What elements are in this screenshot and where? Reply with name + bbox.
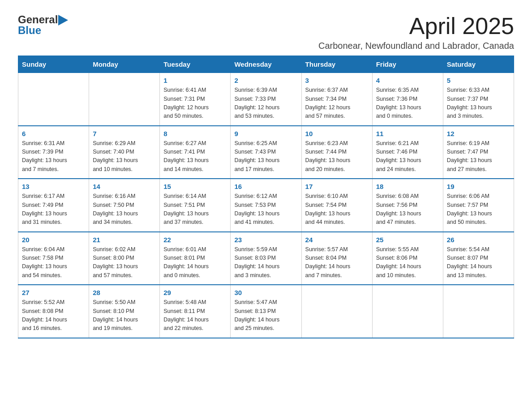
day-detail: Sunrise: 6:35 AM Sunset: 7:36 PM Dayligh… [376, 86, 439, 121]
day-number: 23 [234, 236, 297, 244]
table-row: 4Sunrise: 6:35 AM Sunset: 7:36 PM Daylig… [372, 73, 443, 126]
day-number: 6 [22, 130, 85, 137]
day-number: 7 [93, 130, 156, 137]
day-number: 15 [163, 183, 227, 190]
calendar-week-row: 6Sunrise: 6:31 AM Sunset: 7:39 PM Daylig… [18, 126, 514, 179]
day-detail: Sunrise: 6:16 AM Sunset: 7:50 PM Dayligh… [93, 192, 156, 227]
table-row: 27Sunrise: 5:52 AM Sunset: 8:08 PM Dayli… [18, 285, 89, 338]
table-row [443, 285, 514, 338]
day-detail: Sunrise: 5:54 AM Sunset: 8:07 PM Dayligh… [447, 245, 510, 280]
col-thursday: Thursday [301, 56, 372, 73]
table-row [89, 73, 160, 126]
table-row: 19Sunrise: 6:06 AM Sunset: 7:57 PM Dayli… [443, 179, 514, 232]
day-number: 20 [22, 236, 85, 244]
day-detail: Sunrise: 6:39 AM Sunset: 7:33 PM Dayligh… [234, 86, 297, 121]
table-row: 13Sunrise: 6:17 AM Sunset: 7:49 PM Dayli… [18, 179, 89, 232]
table-row: 7Sunrise: 6:29 AM Sunset: 7:40 PM Daylig… [89, 126, 160, 179]
table-row: 12Sunrise: 6:19 AM Sunset: 7:47 PM Dayli… [443, 126, 514, 179]
col-monday: Monday [89, 56, 160, 73]
day-detail: Sunrise: 5:48 AM Sunset: 8:11 PM Dayligh… [163, 298, 227, 333]
col-wednesday: Wednesday [231, 56, 301, 73]
day-number: 17 [305, 183, 369, 190]
table-row: 18Sunrise: 6:08 AM Sunset: 7:56 PM Dayli… [372, 179, 443, 232]
calendar-week-row: 27Sunrise: 5:52 AM Sunset: 8:08 PM Dayli… [18, 285, 514, 338]
day-detail: Sunrise: 6:12 AM Sunset: 7:53 PM Dayligh… [234, 192, 297, 227]
table-row: 22Sunrise: 6:01 AM Sunset: 8:01 PM Dayli… [160, 232, 231, 285]
day-number: 3 [305, 77, 369, 84]
day-number: 19 [447, 183, 510, 190]
table-row: 30Sunrise: 5:47 AM Sunset: 8:13 PM Dayli… [231, 285, 301, 338]
calendar-week-row: 1Sunrise: 6:41 AM Sunset: 7:31 PM Daylig… [18, 73, 514, 126]
day-detail: Sunrise: 5:57 AM Sunset: 8:04 PM Dayligh… [305, 245, 369, 280]
day-number: 11 [376, 130, 439, 137]
table-row: 5Sunrise: 6:33 AM Sunset: 7:37 PM Daylig… [443, 73, 514, 126]
day-number: 29 [163, 289, 227, 296]
table-row [372, 285, 443, 338]
day-detail: Sunrise: 6:25 AM Sunset: 7:43 PM Dayligh… [234, 139, 297, 174]
table-row: 1Sunrise: 6:41 AM Sunset: 7:31 PM Daylig… [160, 73, 231, 126]
table-row: 23Sunrise: 5:59 AM Sunset: 8:03 PM Dayli… [231, 232, 301, 285]
logo: General Blue [18, 13, 68, 37]
day-detail: Sunrise: 5:59 AM Sunset: 8:03 PM Dayligh… [234, 245, 297, 280]
day-detail: Sunrise: 6:27 AM Sunset: 7:41 PM Dayligh… [163, 139, 227, 174]
day-number: 26 [447, 236, 510, 244]
calendar-week-row: 13Sunrise: 6:17 AM Sunset: 7:49 PM Dayli… [18, 179, 514, 232]
day-detail: Sunrise: 6:14 AM Sunset: 7:51 PM Dayligh… [163, 192, 227, 227]
table-row: 8Sunrise: 6:27 AM Sunset: 7:41 PM Daylig… [160, 126, 231, 179]
table-row: 25Sunrise: 5:55 AM Sunset: 8:06 PM Dayli… [372, 232, 443, 285]
logo-triangle-icon [58, 15, 68, 26]
logo-blue-text: Blue [18, 24, 41, 36]
day-number: 27 [22, 289, 85, 296]
day-number: 21 [93, 236, 156, 244]
day-detail: Sunrise: 6:19 AM Sunset: 7:47 PM Dayligh… [447, 139, 510, 174]
table-row [18, 73, 89, 126]
day-detail: Sunrise: 6:10 AM Sunset: 7:54 PM Dayligh… [305, 192, 369, 227]
day-detail: Sunrise: 6:31 AM Sunset: 7:39 PM Dayligh… [22, 139, 85, 174]
day-number: 24 [305, 236, 369, 244]
col-tuesday: Tuesday [160, 56, 231, 73]
table-row: 29Sunrise: 5:48 AM Sunset: 8:11 PM Dayli… [160, 285, 231, 338]
day-number: 18 [376, 183, 439, 190]
table-row: 3Sunrise: 6:37 AM Sunset: 7:34 PM Daylig… [301, 73, 372, 126]
location-title: Carbonear, Newfoundland and Labrador, Ca… [318, 41, 514, 51]
table-row: 6Sunrise: 6:31 AM Sunset: 7:39 PM Daylig… [18, 126, 89, 179]
day-detail: Sunrise: 5:55 AM Sunset: 8:06 PM Dayligh… [376, 245, 439, 280]
day-detail: Sunrise: 6:33 AM Sunset: 7:37 PM Dayligh… [447, 86, 510, 121]
day-number: 10 [305, 130, 369, 137]
day-detail: Sunrise: 6:29 AM Sunset: 7:40 PM Dayligh… [93, 139, 156, 174]
calendar: Sunday Monday Tuesday Wednesday Thursday… [18, 56, 514, 338]
day-number: 2 [234, 77, 297, 84]
table-row: 2Sunrise: 6:39 AM Sunset: 7:33 PM Daylig… [231, 73, 301, 126]
day-number: 4 [376, 77, 439, 84]
table-row: 15Sunrise: 6:14 AM Sunset: 7:51 PM Dayli… [160, 179, 231, 232]
day-detail: Sunrise: 6:37 AM Sunset: 7:34 PM Dayligh… [305, 86, 369, 121]
day-detail: Sunrise: 6:17 AM Sunset: 7:49 PM Dayligh… [22, 192, 85, 227]
day-detail: Sunrise: 6:04 AM Sunset: 7:58 PM Dayligh… [22, 245, 85, 280]
day-number: 30 [234, 289, 297, 296]
day-detail: Sunrise: 6:23 AM Sunset: 7:44 PM Dayligh… [305, 139, 369, 174]
day-number: 9 [234, 130, 297, 137]
day-number: 1 [163, 77, 227, 84]
day-detail: Sunrise: 6:01 AM Sunset: 8:01 PM Dayligh… [163, 245, 227, 280]
col-saturday: Saturday [443, 56, 514, 73]
day-number: 8 [163, 130, 227, 137]
day-detail: Sunrise: 6:41 AM Sunset: 7:31 PM Dayligh… [163, 86, 227, 121]
table-row: 21Sunrise: 6:02 AM Sunset: 8:00 PM Dayli… [89, 232, 160, 285]
header: General Blue April 2025 Carbonear, Newfo… [18, 13, 514, 51]
col-sunday: Sunday [18, 56, 89, 73]
day-number: 14 [93, 183, 156, 190]
col-friday: Friday [372, 56, 443, 73]
day-detail: Sunrise: 5:47 AM Sunset: 8:13 PM Dayligh… [234, 298, 297, 333]
svg-marker-0 [58, 15, 68, 26]
day-number: 22 [163, 236, 227, 244]
table-row: 24Sunrise: 5:57 AM Sunset: 8:04 PM Dayli… [301, 232, 372, 285]
table-row: 28Sunrise: 5:50 AM Sunset: 8:10 PM Dayli… [89, 285, 160, 338]
table-row: 14Sunrise: 6:16 AM Sunset: 7:50 PM Dayli… [89, 179, 160, 232]
calendar-header-row: Sunday Monday Tuesday Wednesday Thursday… [18, 56, 514, 73]
day-detail: Sunrise: 6:02 AM Sunset: 8:00 PM Dayligh… [93, 245, 156, 280]
table-row: 17Sunrise: 6:10 AM Sunset: 7:54 PM Dayli… [301, 179, 372, 232]
day-number: 5 [447, 77, 510, 84]
day-number: 13 [22, 183, 85, 190]
table-row: 26Sunrise: 5:54 AM Sunset: 8:07 PM Dayli… [443, 232, 514, 285]
day-detail: Sunrise: 6:06 AM Sunset: 7:57 PM Dayligh… [447, 192, 510, 227]
